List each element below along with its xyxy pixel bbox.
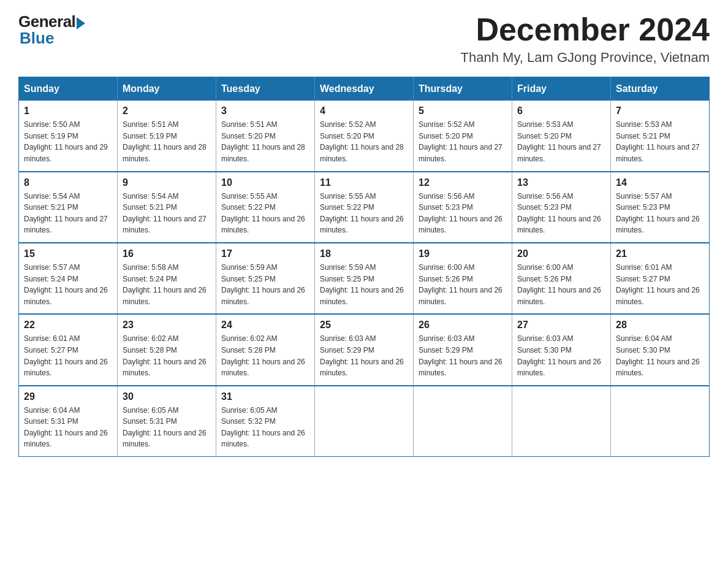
day-header-tuesday: Tuesday bbox=[216, 77, 315, 101]
day-cell: 13 Sunrise: 5:56 AM Sunset: 5:23 PM Dayl… bbox=[512, 172, 611, 243]
week-row-3: 15 Sunrise: 5:57 AM Sunset: 5:24 PM Dayl… bbox=[19, 243, 710, 314]
day-number: 19 bbox=[419, 248, 507, 259]
day-number: 15 bbox=[24, 248, 112, 259]
day-info: Sunrise: 5:53 AM Sunset: 5:21 PM Dayligh… bbox=[616, 119, 704, 164]
day-header-thursday: Thursday bbox=[414, 77, 512, 101]
day-number: 2 bbox=[123, 105, 211, 117]
day-info: Sunrise: 6:05 AM Sunset: 5:32 PM Dayligh… bbox=[221, 405, 309, 450]
day-number: 1 bbox=[24, 105, 112, 117]
day-number: 3 bbox=[221, 105, 309, 117]
day-number: 16 bbox=[123, 248, 211, 259]
page-header: General Blue December 2024 Thanh My, Lam… bbox=[18, 12, 710, 66]
day-info: Sunrise: 6:03 AM Sunset: 5:29 PM Dayligh… bbox=[419, 333, 507, 378]
day-number: 31 bbox=[221, 391, 309, 402]
day-info: Sunrise: 5:51 AM Sunset: 5:20 PM Dayligh… bbox=[221, 119, 309, 164]
week-row-5: 29 Sunrise: 6:04 AM Sunset: 5:31 PM Dayl… bbox=[19, 386, 710, 457]
day-cell: 30 Sunrise: 6:05 AM Sunset: 5:31 PM Dayl… bbox=[118, 386, 216, 457]
day-info: Sunrise: 5:52 AM Sunset: 5:20 PM Dayligh… bbox=[320, 119, 408, 164]
day-number: 24 bbox=[221, 320, 309, 331]
day-cell bbox=[512, 386, 611, 457]
day-info: Sunrise: 5:59 AM Sunset: 5:25 PM Dayligh… bbox=[221, 262, 309, 307]
day-info: Sunrise: 5:54 AM Sunset: 5:21 PM Dayligh… bbox=[24, 191, 112, 236]
day-info: Sunrise: 5:58 AM Sunset: 5:24 PM Dayligh… bbox=[123, 262, 211, 307]
day-header-monday: Monday bbox=[118, 77, 216, 101]
day-cell: 7 Sunrise: 5:53 AM Sunset: 5:21 PM Dayli… bbox=[611, 101, 710, 171]
day-info: Sunrise: 5:56 AM Sunset: 5:23 PM Dayligh… bbox=[419, 191, 507, 236]
day-header-saturday: Saturday bbox=[611, 77, 710, 101]
day-info: Sunrise: 5:54 AM Sunset: 5:21 PM Dayligh… bbox=[123, 191, 211, 236]
day-info: Sunrise: 5:57 AM Sunset: 5:23 PM Dayligh… bbox=[616, 191, 704, 236]
day-cell: 21 Sunrise: 6:01 AM Sunset: 5:27 PM Dayl… bbox=[611, 243, 710, 314]
day-cell: 20 Sunrise: 6:00 AM Sunset: 5:26 PM Dayl… bbox=[512, 243, 611, 314]
day-number: 27 bbox=[517, 320, 605, 331]
day-info: Sunrise: 5:55 AM Sunset: 5:22 PM Dayligh… bbox=[320, 191, 408, 236]
calendar-header-row: SundayMondayTuesdayWednesdayThursdayFrid… bbox=[19, 77, 710, 101]
day-info: Sunrise: 5:56 AM Sunset: 5:23 PM Dayligh… bbox=[517, 191, 605, 236]
day-info: Sunrise: 5:55 AM Sunset: 5:22 PM Dayligh… bbox=[221, 191, 309, 236]
day-number: 12 bbox=[419, 177, 507, 188]
logo-arrow-icon bbox=[77, 17, 85, 29]
day-cell: 6 Sunrise: 5:53 AM Sunset: 5:20 PM Dayli… bbox=[512, 101, 611, 171]
day-info: Sunrise: 5:59 AM Sunset: 5:25 PM Dayligh… bbox=[320, 262, 408, 307]
day-number: 17 bbox=[221, 248, 309, 259]
day-number: 30 bbox=[123, 391, 211, 402]
day-cell: 4 Sunrise: 5:52 AM Sunset: 5:20 PM Dayli… bbox=[315, 101, 414, 171]
day-cell bbox=[611, 386, 710, 457]
day-info: Sunrise: 6:03 AM Sunset: 5:29 PM Dayligh… bbox=[320, 333, 408, 378]
day-number: 13 bbox=[517, 177, 605, 188]
day-info: Sunrise: 5:53 AM Sunset: 5:20 PM Dayligh… bbox=[517, 119, 605, 164]
day-number: 8 bbox=[24, 177, 112, 188]
week-row-1: 1 Sunrise: 5:50 AM Sunset: 5:19 PM Dayli… bbox=[19, 101, 710, 171]
day-info: Sunrise: 6:02 AM Sunset: 5:28 PM Dayligh… bbox=[221, 333, 309, 378]
day-cell: 27 Sunrise: 6:03 AM Sunset: 5:30 PM Dayl… bbox=[512, 314, 611, 385]
day-cell: 26 Sunrise: 6:03 AM Sunset: 5:29 PM Dayl… bbox=[414, 314, 512, 385]
day-header-sunday: Sunday bbox=[19, 77, 118, 101]
day-cell: 14 Sunrise: 5:57 AM Sunset: 5:23 PM Dayl… bbox=[611, 172, 710, 243]
day-cell: 1 Sunrise: 5:50 AM Sunset: 5:19 PM Dayli… bbox=[19, 101, 118, 171]
day-cell: 12 Sunrise: 5:56 AM Sunset: 5:23 PM Dayl… bbox=[414, 172, 512, 243]
day-cell: 5 Sunrise: 5:52 AM Sunset: 5:20 PM Dayli… bbox=[414, 101, 512, 171]
day-info: Sunrise: 6:01 AM Sunset: 5:27 PM Dayligh… bbox=[616, 262, 704, 307]
day-cell: 29 Sunrise: 6:04 AM Sunset: 5:31 PM Dayl… bbox=[19, 386, 118, 457]
day-number: 6 bbox=[517, 105, 605, 117]
day-cell: 23 Sunrise: 6:02 AM Sunset: 5:28 PM Dayl… bbox=[118, 314, 216, 385]
week-row-4: 22 Sunrise: 6:01 AM Sunset: 5:27 PM Dayl… bbox=[19, 314, 710, 385]
day-cell: 16 Sunrise: 5:58 AM Sunset: 5:24 PM Dayl… bbox=[118, 243, 216, 314]
day-number: 28 bbox=[616, 320, 704, 331]
week-row-2: 8 Sunrise: 5:54 AM Sunset: 5:21 PM Dayli… bbox=[19, 172, 710, 243]
day-cell: 25 Sunrise: 6:03 AM Sunset: 5:29 PM Dayl… bbox=[315, 314, 414, 385]
day-number: 21 bbox=[616, 248, 704, 259]
day-number: 18 bbox=[320, 248, 408, 259]
day-info: Sunrise: 6:00 AM Sunset: 5:26 PM Dayligh… bbox=[517, 262, 605, 307]
day-cell: 9 Sunrise: 5:54 AM Sunset: 5:21 PM Dayli… bbox=[118, 172, 216, 243]
day-cell: 31 Sunrise: 6:05 AM Sunset: 5:32 PM Dayl… bbox=[216, 386, 315, 457]
day-number: 7 bbox=[616, 105, 704, 117]
day-header-wednesday: Wednesday bbox=[315, 77, 414, 101]
day-number: 23 bbox=[123, 320, 211, 331]
day-info: Sunrise: 6:01 AM Sunset: 5:27 PM Dayligh… bbox=[24, 333, 112, 378]
day-cell: 3 Sunrise: 5:51 AM Sunset: 5:20 PM Dayli… bbox=[216, 101, 315, 171]
day-cell: 17 Sunrise: 5:59 AM Sunset: 5:25 PM Dayl… bbox=[216, 243, 315, 314]
main-title: December 2024 bbox=[461, 12, 710, 47]
day-info: Sunrise: 5:57 AM Sunset: 5:24 PM Dayligh… bbox=[24, 262, 112, 307]
day-info: Sunrise: 6:04 AM Sunset: 5:31 PM Dayligh… bbox=[24, 405, 112, 450]
title-area: December 2024 Thanh My, Lam GJong Provin… bbox=[461, 12, 710, 66]
day-info: Sunrise: 6:04 AM Sunset: 5:30 PM Dayligh… bbox=[616, 333, 704, 378]
day-cell: 8 Sunrise: 5:54 AM Sunset: 5:21 PM Dayli… bbox=[19, 172, 118, 243]
day-cell: 22 Sunrise: 6:01 AM Sunset: 5:27 PM Dayl… bbox=[19, 314, 118, 385]
day-number: 25 bbox=[320, 320, 408, 331]
day-number: 5 bbox=[419, 105, 507, 117]
day-info: Sunrise: 6:00 AM Sunset: 5:26 PM Dayligh… bbox=[419, 262, 507, 307]
logo: General Blue bbox=[18, 12, 85, 48]
day-number: 4 bbox=[320, 105, 408, 117]
day-cell: 19 Sunrise: 6:00 AM Sunset: 5:26 PM Dayl… bbox=[414, 243, 512, 314]
day-number: 9 bbox=[123, 177, 211, 188]
day-info: Sunrise: 5:50 AM Sunset: 5:19 PM Dayligh… bbox=[24, 119, 112, 164]
day-cell: 11 Sunrise: 5:55 AM Sunset: 5:22 PM Dayl… bbox=[315, 172, 414, 243]
day-info: Sunrise: 6:03 AM Sunset: 5:30 PM Dayligh… bbox=[517, 333, 605, 378]
calendar-table: SundayMondayTuesdayWednesdayThursdayFrid… bbox=[18, 77, 710, 457]
day-cell: 10 Sunrise: 5:55 AM Sunset: 5:22 PM Dayl… bbox=[216, 172, 315, 243]
day-cell: 24 Sunrise: 6:02 AM Sunset: 5:28 PM Dayl… bbox=[216, 314, 315, 385]
day-info: Sunrise: 6:05 AM Sunset: 5:31 PM Dayligh… bbox=[123, 405, 211, 450]
day-number: 22 bbox=[24, 320, 112, 331]
